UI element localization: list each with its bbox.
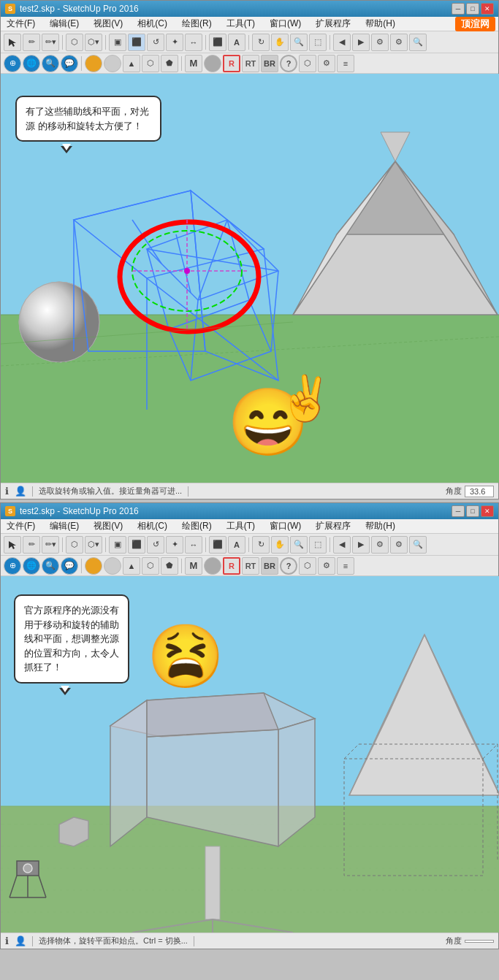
menu-edit-1[interactable]: 编辑(E) [47,17,82,31]
RT-btn-2[interactable]: RT [242,557,259,575]
rotate-1[interactable]: ↺ [147,34,164,51]
menu-help-1[interactable]: 帮助(H) [362,17,398,31]
M-btn-1[interactable]: M [185,55,202,72]
window-controls-1[interactable]: ─ □ ✕ [452,3,494,15]
menu-draw-2[interactable]: 绘图(R) [179,519,215,533]
settings-1[interactable]: ⚙ [371,34,389,51]
window-controls-2[interactable]: ─ □ ✕ [452,505,494,517]
search-btn-1[interactable]: 🔍 [42,55,59,72]
disk-btn-2[interactable] [104,557,121,575]
zoom-ext-1[interactable]: ⬚ [309,34,327,51]
poly2-btn-1[interactable]: ⬟ [161,55,178,72]
move-1[interactable]: ✦ [166,34,183,51]
chat-btn-2[interactable]: 💬 [61,557,78,575]
help-btn-1[interactable]: ? [280,55,297,72]
maximize-btn-2[interactable]: □ [466,505,479,517]
chat-btn-1[interactable]: 💬 [61,55,78,72]
R-btn-1[interactable]: R [223,55,240,72]
select-tool-1[interactable] [4,34,21,51]
search-t1[interactable]: 🔍 [409,536,427,554]
pan-1[interactable]: ✋ [271,34,289,51]
R-btn-2[interactable]: R [223,557,240,575]
extra1-btn-2[interactable]: ⬡ [299,557,316,575]
close-btn-2[interactable]: ✕ [481,505,494,517]
tri-btn-2[interactable]: ▲ [123,557,140,575]
viewport-1[interactable]: 有了这些辅助线和平面，对光源 的移动和旋转太方便了！ [1,74,499,483]
menu-view-1[interactable]: 视图(V) [91,17,126,31]
push-pull-1[interactable]: ▣ [109,34,126,51]
menu-window-2[interactable]: 窗口(W) [267,519,304,533]
BR-btn-1[interactable]: BR [261,55,278,72]
push-pull-2[interactable]: ⬛ [128,34,145,51]
scale-1[interactable]: ↔ [185,34,202,51]
disk-btn-1[interactable] [104,55,121,72]
eraser-tool-2[interactable]: ✏ [23,536,40,554]
settings2-1[interactable]: ⚙ [390,34,408,51]
next-1[interactable]: ▶ [352,34,370,51]
render-btn-1[interactable]: ⊕ [4,55,21,72]
menu-extensions-2[interactable]: 扩展程序 [313,519,354,533]
render-btn-2[interactable]: ⊕ [4,557,21,575]
tape-t1[interactable]: ⬛ [209,536,226,554]
next-t1[interactable]: ▶ [352,536,370,554]
shape-dropdown-1[interactable]: ⬡▾ [85,34,102,51]
maximize-btn-1[interactable]: □ [466,3,479,15]
push-pull-t1[interactable]: ▣ [109,536,126,554]
menu-file-2[interactable]: 文件(F) [4,519,38,533]
menu-help-2[interactable]: 帮助(H) [362,519,398,533]
circle-btn-1[interactable] [204,55,221,72]
eraser-tool-1[interactable]: ✏ [23,34,40,51]
settings-t1[interactable]: ⚙ [371,536,389,554]
globe-btn-2[interactable]: 🌐 [23,557,40,575]
prev-1[interactable]: ◀ [333,34,351,51]
minimize-btn-1[interactable]: ─ [452,3,465,15]
extra2-btn-2[interactable]: ⚙ [318,557,335,575]
tri-btn-1[interactable]: ▲ [123,55,140,72]
help-btn-2[interactable]: ? [280,557,297,575]
angle-value-2[interactable] [465,940,494,943]
angle-value-1[interactable]: 33.6 [465,486,494,497]
text-1[interactable]: A [228,34,245,51]
minimize-btn-2[interactable]: ─ [452,505,465,517]
menu-window-1[interactable]: 窗口(W) [267,17,304,31]
extra3-btn-1[interactable]: ≡ [337,55,354,72]
extra2-btn-1[interactable]: ⚙ [318,55,335,72]
extra1-btn-1[interactable]: ⬡ [299,55,316,72]
globe-btn-1[interactable]: 🌐 [23,55,40,72]
menu-camera-1[interactable]: 相机(C) [134,17,170,31]
circle-btn-2[interactable] [204,557,221,575]
shape-dropdown-2[interactable]: ⬡▾ [85,536,102,554]
scale-t1[interactable]: ↔ [185,536,202,554]
BR-btn-2[interactable]: BR [261,557,278,575]
sphere-btn-2[interactable] [85,557,102,575]
pan-t1[interactable]: ✋ [271,536,289,554]
shape-tool-2[interactable]: ⬡ [66,536,83,554]
orbit-1[interactable]: ↻ [252,34,270,51]
menu-draw-1[interactable]: 绘图(R) [179,17,215,31]
menu-edit-2[interactable]: 编辑(E) [47,519,82,533]
sphere-btn-1[interactable] [85,55,102,72]
viewport-2[interactable]: 官方原程序的光源没有用于移动和旋转的辅助线和平面，想调整光源的位置和方向，太令人… [1,576,499,933]
poly2-btn-2[interactable]: ⬟ [161,557,178,575]
rotate-t1[interactable]: ↺ [147,536,164,554]
RT-btn-1[interactable]: RT [242,55,259,72]
search-btn-2[interactable]: 🔍 [42,557,59,575]
menu-file-1[interactable]: 文件(F) [4,17,38,31]
poly-btn-1[interactable]: ⬡ [142,55,159,72]
move-t1[interactable]: ✦ [166,536,183,554]
pencil-dropdown-1[interactable]: ✏▾ [42,34,59,51]
M-btn-2[interactable]: M [185,557,202,575]
menu-view-2[interactable]: 视图(V) [91,519,126,533]
search-1[interactable]: 🔍 [409,34,427,51]
tape-1[interactable]: ⬛ [209,34,226,51]
menu-tools-1[interactable]: 工具(T) [224,17,258,31]
menu-camera-2[interactable]: 相机(C) [134,519,170,533]
zoom-1[interactable]: 🔍 [290,34,308,51]
prev-t1[interactable]: ◀ [333,536,351,554]
menu-extensions-1[interactable]: 扩展程序 [313,17,354,31]
pencil-dropdown-2[interactable]: ✏▾ [42,536,59,554]
shape-tool-1[interactable]: ⬡ [66,34,83,51]
settings2-t1[interactable]: ⚙ [390,536,408,554]
select-tool-2[interactable] [4,536,21,554]
push-pull-t2[interactable]: ⬛ [128,536,145,554]
